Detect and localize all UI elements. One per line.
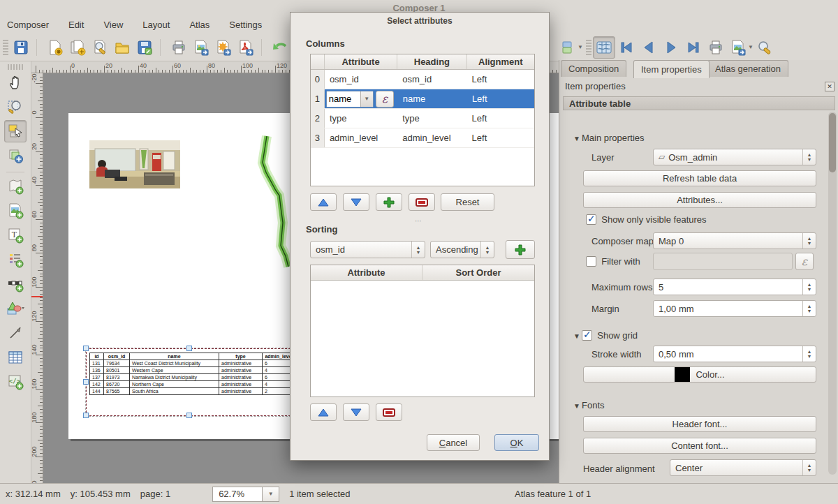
column-move-up-button[interactable]: [310, 193, 337, 211]
sorting-table[interactable]: Attribute Sort Order: [310, 265, 535, 397]
cell-heading[interactable]: name: [398, 89, 467, 108]
cell-heading[interactable]: osm_id: [397, 70, 466, 89]
add-arrow-button[interactable]: [4, 322, 27, 344]
columns-table-row[interactable]: 2typetypeLeft: [311, 109, 534, 128]
atlas-first-feature-button[interactable]: [615, 36, 638, 59]
cell-attribute[interactable]: osm_id: [325, 70, 397, 89]
add-scalebar-button[interactable]: [4, 273, 27, 295]
spin-arrows-icon[interactable]: ▲▼: [802, 301, 816, 316]
save-as-template-button[interactable]: [133, 36, 156, 59]
pan-button[interactable]: [4, 71, 27, 94]
expression-button[interactable]: ε: [376, 91, 394, 108]
print-atlas-button[interactable]: [705, 36, 727, 59]
composer-map-combo[interactable]: Map 0▲▼: [653, 232, 816, 249]
export-atlas-button[interactable]: [727, 36, 749, 59]
raise-items-button[interactable]: [557, 36, 579, 59]
attributes-button[interactable]: Attributes...: [583, 192, 816, 208]
cancel-button[interactable]: Cancel: [427, 434, 480, 451]
column-remove-button[interactable]: [409, 193, 435, 211]
chevron-down-icon[interactable]: ▼: [573, 135, 582, 142]
cell-attribute[interactable]: type: [325, 109, 397, 128]
export-svg-button[interactable]: [212, 36, 235, 59]
chevron-down-icon[interactable]: ▼: [573, 332, 582, 340]
show-grid-checkbox[interactable]: [582, 330, 592, 341]
panel-scrollbar[interactable]: [828, 112, 837, 475]
sort-order-combo[interactable]: Ascending▲▼: [430, 241, 494, 258]
chevron-down-icon[interactable]: ▼: [263, 487, 279, 502]
sorting-table-header[interactable]: Attribute Sort Order: [311, 265, 534, 281]
sort-attribute-combo[interactable]: osm_id▲▼: [310, 241, 425, 258]
resize-handle[interactable]: [83, 346, 89, 351]
menu-layout[interactable]: Layout: [142, 20, 170, 30]
spin-arrows-icon[interactable]: ▲▼: [802, 460, 816, 475]
export-image-button[interactable]: [190, 36, 212, 59]
tab-item-properties[interactable]: Item properties: [633, 60, 710, 78]
tab-composition[interactable]: Composition: [561, 60, 626, 77]
sort-move-up-button[interactable]: [310, 403, 337, 421]
toolbar-handle[interactable]: [8, 64, 23, 70]
undo-button[interactable]: [269, 36, 291, 59]
content-font-button[interactable]: Content font...: [583, 438, 816, 454]
group-fonts[interactable]: Fonts: [582, 400, 605, 410]
header-alignment-combo[interactable]: Center▲▼: [670, 459, 816, 476]
open-button[interactable]: [111, 36, 133, 59]
resize-handle[interactable]: [186, 346, 192, 351]
atlas-preview-button[interactable]: [593, 36, 615, 59]
resize-handle[interactable]: [83, 379, 89, 385]
layer-combo[interactable]: ▱Osm_admin▲▼: [653, 149, 816, 165]
add-attribute-table-button[interactable]: [4, 346, 27, 369]
tab-atlas-generation[interactable]: Atlas generation: [707, 60, 788, 77]
print-button[interactable]: [168, 36, 190, 59]
zoom-value[interactable]: 62.7%: [212, 487, 263, 502]
chevron-down-icon[interactable]: ▼: [573, 402, 582, 410]
column-add-button[interactable]: [376, 193, 402, 211]
spin-arrows-icon[interactable]: ▲▼: [802, 149, 816, 165]
cell-alignment[interactable]: Left: [467, 89, 534, 108]
cell-attribute[interactable]: admin_level: [325, 128, 397, 147]
zoom-combo[interactable]: 62.7% ▼: [212, 487, 279, 502]
refresh-table-data-button[interactable]: Refresh table data: [583, 170, 816, 186]
show-visible-checkbox[interactable]: [586, 214, 596, 225]
margin-spinbox[interactable]: 1,00 mm▲▼: [653, 300, 816, 317]
chevron-down-icon[interactable]: ▼: [360, 91, 373, 107]
spin-arrows-icon[interactable]: ▲▼: [480, 242, 494, 258]
spin-arrows-icon[interactable]: ▲▼: [802, 279, 816, 295]
menu-edit[interactable]: Edit: [68, 20, 84, 30]
atlas-last-feature-button[interactable]: [682, 36, 705, 59]
maximum-rows-spinbox[interactable]: 5▲▼: [653, 279, 816, 295]
close-icon[interactable]: ✕: [825, 82, 835, 91]
resize-handle[interactable]: [186, 413, 192, 418]
columns-table-row[interactable]: 1▼εnameLeft: [311, 89, 534, 109]
add-new-map-button[interactable]: [4, 175, 27, 198]
column-move-down-button[interactable]: [343, 193, 369, 211]
export-atlas-dropdown[interactable]: ▼: [748, 44, 754, 50]
reset-button[interactable]: Reset: [441, 193, 494, 211]
group-show-grid[interactable]: Show grid: [597, 330, 638, 341]
duplicate-composition-button[interactable]: [66, 36, 89, 59]
header-font-button[interactable]: Header font...: [583, 416, 816, 432]
raise-items-dropdown[interactable]: ▼: [578, 44, 583, 50]
menu-atlas[interactable]: Atlas: [189, 20, 210, 30]
new-composition-button[interactable]: [44, 36, 66, 59]
add-shape-button[interactable]: [4, 297, 27, 320]
cell-heading[interactable]: type: [397, 109, 466, 128]
zoom-button[interactable]: [4, 96, 27, 118]
menu-settings[interactable]: Settings: [229, 20, 262, 30]
add-html-button[interactable]: </>: [4, 371, 27, 393]
ok-button[interactable]: OK: [494, 434, 539, 451]
scrollbar-thumb[interactable]: [829, 113, 836, 172]
cell-alignment[interactable]: Left: [467, 70, 534, 89]
map-item[interactable]: [237, 134, 297, 281]
picture-item[interactable]: [89, 140, 180, 188]
cell-alignment[interactable]: Left: [467, 109, 534, 128]
spin-arrows-icon[interactable]: ▲▼: [802, 346, 816, 362]
attribute-edit-combo[interactable]: ▼: [326, 91, 374, 108]
spin-arrows-icon[interactable]: ▲▼: [411, 242, 425, 258]
move-item-content-button[interactable]: [4, 144, 27, 167]
sort-add-button[interactable]: [506, 240, 535, 259]
group-main-properties[interactable]: Main properties: [582, 133, 645, 143]
spin-arrows-icon[interactable]: ▲▼: [802, 233, 816, 249]
menu-view[interactable]: View: [103, 20, 123, 30]
columns-table-row[interactable]: 3admin_leveladmin_levelLeft: [311, 128, 534, 148]
columns-table-row[interactable]: 0osm_idosm_idLeft: [311, 70, 534, 89]
